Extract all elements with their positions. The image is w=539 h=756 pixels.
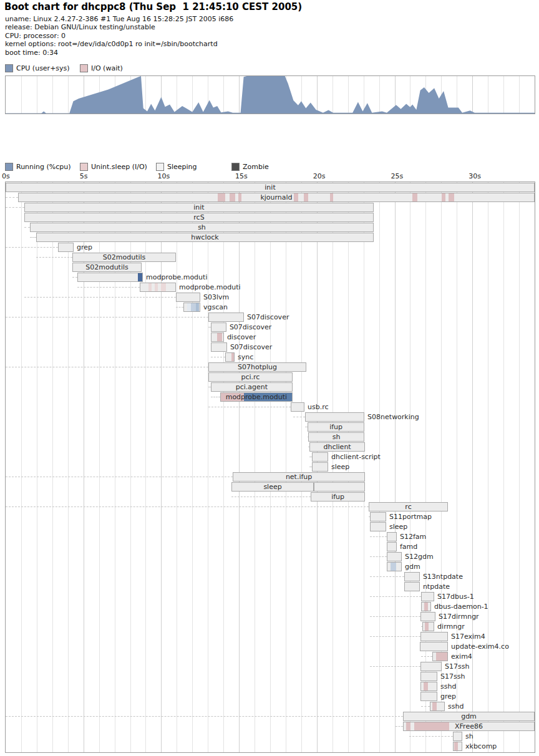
connector-line xyxy=(77,287,140,288)
process-bar xyxy=(211,342,227,352)
process-label: S12gdm xyxy=(405,552,434,561)
process-label: modprobe.moduti xyxy=(179,283,240,292)
process-label: sshd xyxy=(440,682,456,691)
io-light-segment xyxy=(161,283,166,291)
proc-legend-swatch xyxy=(80,163,88,171)
connector-line xyxy=(370,576,404,577)
io-segment xyxy=(425,623,429,631)
process-bar xyxy=(211,332,224,342)
process-label: ntpdate xyxy=(423,582,450,591)
process-label: sleep xyxy=(331,462,349,472)
connector-line xyxy=(24,227,30,228)
process-label: dhclient xyxy=(309,442,365,452)
cpu-legend-swatch xyxy=(5,64,13,72)
process-label: update-exim4.co xyxy=(451,642,509,651)
page-title: Boot chart for dhcppc8 (Thu Sep 1 21:45:… xyxy=(4,1,302,12)
process-label: net.ifup xyxy=(233,472,365,482)
io-light-segment xyxy=(155,283,158,291)
connector-line xyxy=(370,556,387,557)
process-bar xyxy=(77,273,143,282)
process-label: pci.agent xyxy=(211,382,293,392)
process-label: gdm xyxy=(405,562,420,571)
grid-line xyxy=(286,182,286,752)
run-dark-segment xyxy=(138,273,143,281)
process-bar xyxy=(305,412,364,422)
process-label: S02modutils xyxy=(72,253,176,262)
process-label: dhclient-script xyxy=(331,452,381,462)
process-bar xyxy=(370,512,386,521)
grid-line xyxy=(161,182,162,752)
process-label: S07discover xyxy=(230,322,271,332)
process-label: kjournald xyxy=(18,193,535,202)
proc-legend-label: Zombie xyxy=(243,163,269,171)
process-bar xyxy=(208,313,244,322)
connector-line xyxy=(211,397,220,397)
process-label: modprobe.moduti xyxy=(146,273,207,282)
grid-line xyxy=(270,182,271,752)
grid-line xyxy=(472,182,473,752)
connector-line xyxy=(409,736,453,737)
process-label: sync xyxy=(238,352,253,362)
process-bar xyxy=(312,462,328,472)
connector-line xyxy=(6,477,233,477)
connector-line xyxy=(24,297,176,298)
process-bar xyxy=(387,562,402,571)
grid-line xyxy=(192,182,193,752)
process-label: S17exim4 xyxy=(451,632,485,641)
connector-line xyxy=(421,706,430,707)
connector-line xyxy=(72,277,77,278)
process-label: ifup xyxy=(308,422,364,432)
process-label: famd xyxy=(400,542,417,551)
process-label: S17dbus-1 xyxy=(437,592,474,601)
process-bar xyxy=(420,672,437,681)
process-label: sh xyxy=(465,732,473,741)
io-light-segment xyxy=(148,283,152,291)
process-label: modprobe.moduti xyxy=(220,392,293,402)
cpu-usage-chart xyxy=(5,75,535,114)
connector-line xyxy=(36,257,72,258)
io-segment xyxy=(231,353,235,361)
connector-line xyxy=(6,317,208,317)
process-label: init xyxy=(6,183,535,192)
process-label: sh xyxy=(30,223,374,232)
io-segment xyxy=(454,742,458,750)
connector-line xyxy=(6,716,403,717)
process-label: S11portmap xyxy=(389,512,432,521)
process-label: rc xyxy=(369,502,448,511)
axis-tick-label: 20s xyxy=(313,172,326,180)
io-segment xyxy=(432,702,437,710)
connector-line xyxy=(6,506,369,507)
axis-tick-label: 5s xyxy=(80,172,88,180)
process-bar xyxy=(422,622,434,631)
process-bar xyxy=(453,742,462,751)
pale2-segment xyxy=(391,563,396,571)
process-bar xyxy=(421,602,431,611)
grid-line xyxy=(223,182,224,752)
proc-legend-item: Running (%cpu) xyxy=(5,163,71,171)
grid-line xyxy=(37,182,37,752)
grid-line xyxy=(364,182,364,752)
process-bar xyxy=(404,582,420,591)
process-bar xyxy=(314,482,365,492)
grid-line xyxy=(177,182,177,752)
connector-line xyxy=(370,666,420,667)
process-bar xyxy=(370,522,386,531)
connector-line xyxy=(6,197,18,198)
process-bar xyxy=(420,632,448,641)
process-bar xyxy=(58,243,74,252)
process-bar xyxy=(420,612,435,621)
cpu-legend-label: CPU (user+sys) xyxy=(16,64,70,72)
io-segment xyxy=(217,333,222,341)
process-label: S08networking xyxy=(367,412,419,422)
process-bar xyxy=(453,732,462,741)
process-label: S07discover xyxy=(247,313,289,322)
connector-line xyxy=(6,247,58,248)
process-bar xyxy=(387,552,402,561)
connector-line xyxy=(370,596,421,597)
process-bar xyxy=(176,293,200,302)
process-label: S17ssh xyxy=(440,672,465,681)
grid-line xyxy=(503,182,504,752)
connector-line xyxy=(6,367,208,367)
info-release: release: Debian GNU/Linux testing/unstab… xyxy=(5,23,233,31)
connector-line xyxy=(211,357,225,357)
